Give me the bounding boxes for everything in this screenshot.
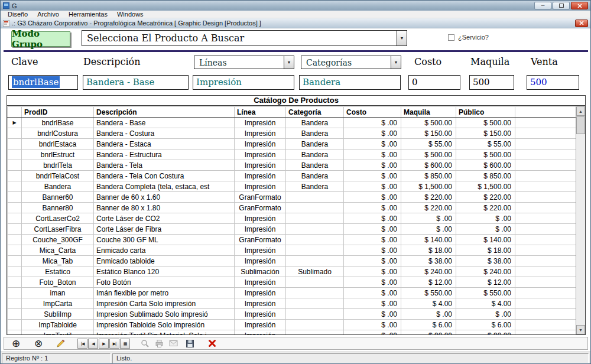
table-row[interactable]: bndrlTelaBandera - TelaImpresiónBandera$… bbox=[8, 160, 576, 171]
grid-cell[interactable]: $ .00 bbox=[344, 181, 401, 192]
grid-cell[interactable]: bndrlBase bbox=[22, 118, 94, 128]
grid-cell[interactable]: Estatico bbox=[22, 266, 94, 277]
grid-cell[interactable]: $ 140.00 bbox=[456, 235, 515, 245]
menu-herramientas[interactable]: Herramientas bbox=[64, 11, 112, 18]
row-selector[interactable] bbox=[8, 171, 22, 181]
grid-cell[interactable]: $ .00 bbox=[344, 224, 401, 235]
grid-cell[interactable]: $ .00 bbox=[344, 298, 401, 309]
grid-cell[interactable]: $ 600.00 bbox=[456, 160, 515, 171]
grid-cell[interactable]: $ .00 bbox=[344, 288, 401, 298]
grid-cell[interactable]: $ 12.00 bbox=[401, 277, 456, 288]
grid-cell[interactable]: Bandera bbox=[286, 150, 344, 160]
grid-cell[interactable]: Impresión Textil Sin Material. Solo i bbox=[94, 330, 235, 335]
grid-cell[interactable]: $ .00 bbox=[344, 160, 401, 171]
grid-cell[interactable]: Banner de 80 x 1.80 bbox=[94, 203, 235, 213]
grid-cell[interactable]: Impresión bbox=[235, 171, 286, 181]
grid-cell[interactable]: bndrlEstaca bbox=[22, 139, 94, 150]
linea-field[interactable]: Impresión bbox=[193, 75, 294, 90]
grid-cell[interactable]: Bandera Completa (tela, estaca, est bbox=[94, 181, 235, 192]
grid-cell[interactable]: Impresión bbox=[235, 150, 286, 160]
grid-cell[interactable]: Foto Botón bbox=[94, 277, 235, 288]
grid-cell[interactable] bbox=[286, 309, 344, 320]
grid-cell[interactable]: $ 240.00 bbox=[401, 266, 456, 277]
delete-record-button[interactable]: ⊗ bbox=[33, 338, 44, 349]
grid-cell[interactable]: Impresión bbox=[235, 245, 286, 256]
child-window-titlebar[interactable]: .: G3 Cházaro Corporativo - Prografológi… bbox=[1, 18, 590, 28]
clave-field[interactable]: bndrlBase bbox=[8, 75, 78, 90]
grid-cell[interactable]: $ 55.00 bbox=[401, 139, 456, 150]
descripcion-field[interactable]: Bandera - Base bbox=[83, 75, 189, 90]
column-header-prodid[interactable]: ProdID bbox=[22, 107, 94, 118]
grid-cell[interactable]: $ 1,500.00 bbox=[401, 181, 456, 192]
row-selector[interactable] bbox=[8, 224, 22, 235]
grid-cell[interactable]: Impresión Carta Solo impresión bbox=[94, 298, 235, 309]
categorias-combo[interactable]: Categorías ▼ bbox=[301, 56, 401, 69]
grid-cell[interactable]: $ 240.00 bbox=[456, 266, 515, 277]
grid-cell[interactable]: Banner80 bbox=[22, 203, 94, 213]
grid-cell[interactable]: bndrlTela bbox=[22, 160, 94, 171]
column-header-descripcion[interactable]: Descripción bbox=[94, 107, 235, 118]
grid-cell[interactable]: Impresión bbox=[235, 160, 286, 171]
table-row[interactable]: imanImán flexible por metroImpresión$ .0… bbox=[8, 288, 576, 298]
row-selector[interactable] bbox=[8, 298, 22, 309]
grid-cell[interactable]: GranFormato bbox=[235, 203, 286, 213]
grid-cell[interactable]: Bandera bbox=[286, 171, 344, 181]
child-close-button[interactable] bbox=[575, 20, 588, 27]
row-selector[interactable] bbox=[8, 160, 22, 171]
mail-button[interactable] bbox=[167, 338, 179, 349]
row-selector[interactable] bbox=[8, 288, 22, 298]
grid-cell[interactable]: Bandera bbox=[286, 118, 344, 128]
grid-cell[interactable]: Enmicado carta bbox=[94, 245, 235, 256]
table-row[interactable]: ▶bndrlBaseBandera - BaseImpresiónBandera… bbox=[8, 118, 576, 128]
browse-grid-button[interactable]: ▦ bbox=[120, 339, 130, 349]
grid-cell[interactable]: $ 38.00 bbox=[401, 256, 456, 266]
grid-cell[interactable]: Impresión bbox=[235, 330, 286, 335]
grid-cell[interactable]: $ .00 bbox=[456, 213, 515, 224]
add-record-button[interactable]: ⊕ bbox=[10, 338, 22, 349]
grid-cell[interactable]: Impresión bbox=[235, 139, 286, 150]
grid-cell[interactable]: Impresión bbox=[235, 128, 286, 139]
grid-cell[interactable]: $ 90.00 bbox=[456, 330, 515, 335]
grid-cell[interactable]: ImpTabloide bbox=[22, 320, 94, 330]
grid-cell[interactable]: Bandera - Costura bbox=[94, 128, 235, 139]
search-button[interactable] bbox=[139, 338, 151, 349]
grid-cell[interactable]: $ .00 bbox=[344, 213, 401, 224]
row-selector[interactable] bbox=[8, 139, 22, 150]
grid-cell[interactable]: Impresion Sublimado Solo impresió bbox=[94, 309, 235, 320]
menu-archivo[interactable]: Archivo bbox=[33, 11, 64, 18]
grid-cell[interactable]: $ 850.00 bbox=[401, 171, 456, 181]
grid-cell[interactable]: Imán flexible por metro bbox=[94, 288, 235, 298]
grid-cell[interactable]: CortLaserFibra bbox=[22, 224, 94, 235]
row-selector[interactable] bbox=[8, 330, 22, 335]
lineas-combo[interactable]: Líneas ▼ bbox=[194, 56, 294, 69]
row-selector[interactable] bbox=[8, 213, 22, 224]
grid-cell[interactable]: $ .00 bbox=[344, 245, 401, 256]
grid-cell[interactable]: $ .00 bbox=[344, 192, 401, 203]
chevron-down-icon[interactable]: ▼ bbox=[284, 56, 294, 69]
group-mode-button[interactable]: Modo Grupo bbox=[11, 31, 70, 47]
menu-windows[interactable]: Windows bbox=[112, 11, 148, 18]
grid-cell[interactable]: $ 500.00 bbox=[401, 118, 456, 128]
table-row[interactable]: SubliImpImpresion Sublimado Solo impresi… bbox=[8, 309, 576, 320]
row-selector[interactable] bbox=[8, 320, 22, 330]
grid-cell[interactable]: $ 150.00 bbox=[456, 128, 515, 139]
grid-cell[interactable]: $ .00 bbox=[344, 235, 401, 245]
grid-cell[interactable] bbox=[286, 277, 344, 288]
grid-cell[interactable]: $ 220.00 bbox=[456, 192, 515, 203]
scrollbar-thumb[interactable] bbox=[576, 116, 585, 134]
grid-cell[interactable]: Couche 300 GF ML bbox=[94, 235, 235, 245]
grid-cell[interactable]: $ 140.00 bbox=[401, 235, 456, 245]
window-titlebar[interactable]: G ─ bbox=[1, 1, 590, 11]
chevron-down-icon[interactable]: ▼ bbox=[391, 56, 401, 69]
table-row[interactable]: Mica_TabEnmicado tabloideImpresión$ .00$… bbox=[8, 256, 576, 266]
cancel-button[interactable] bbox=[206, 338, 218, 349]
grid-cell[interactable]: $ .00 bbox=[344, 171, 401, 181]
grid-cell[interactable] bbox=[286, 256, 344, 266]
grid-cell[interactable]: Bandera bbox=[286, 128, 344, 139]
grid-cell[interactable]: GranFormato bbox=[235, 192, 286, 203]
grid-cell[interactable]: ImpTextil bbox=[22, 330, 94, 335]
menu-diseno[interactable]: Diseño bbox=[3, 11, 33, 18]
grid-cell[interactable]: Bandera bbox=[22, 181, 94, 192]
grid-cell[interactable]: Banner de 60 x 1.60 bbox=[94, 192, 235, 203]
first-record-button[interactable]: |◀ bbox=[77, 339, 87, 349]
